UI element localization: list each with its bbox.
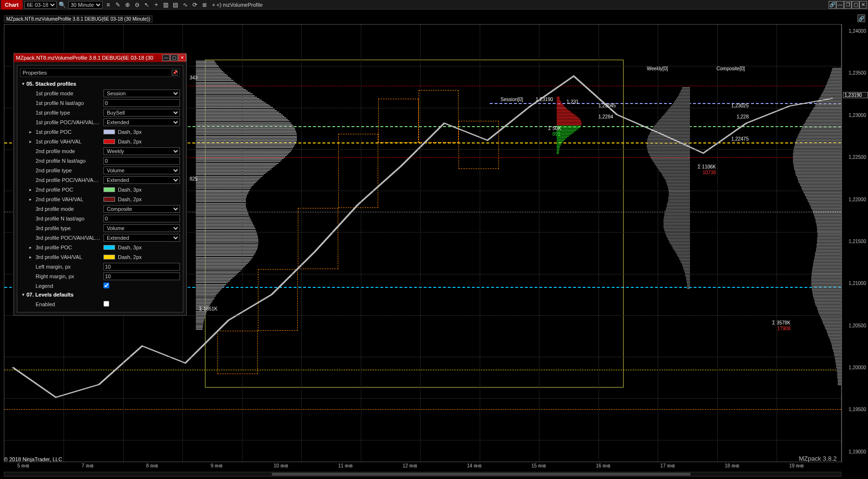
label-p5: 1,228: [737, 114, 749, 119]
cursor-icon[interactable]: ↖: [143, 1, 151, 9]
lbl-p3-ext: 3rd profile POC/VAH/VAL m...: [36, 235, 101, 241]
inp-right-margin[interactable]: [103, 272, 180, 280]
sel-p2-type[interactable]: Volume: [103, 167, 180, 174]
group-stacked-profiles[interactable]: ▾05. Stacked profiles: [20, 80, 180, 89]
options-icon[interactable]: ≣: [201, 1, 208, 9]
panel-title: MZpack.NT8.mzVolumeProfile 3.8.1 DEBUG(6…: [16, 55, 153, 61]
lbl-p2-type: 2nd profile type: [36, 168, 101, 173]
sel-p1-mode[interactable]: Session: [103, 90, 180, 97]
draw-icon[interactable]: ✎: [114, 1, 122, 9]
lbl-p3-mode: 3rd profile mode: [36, 206, 101, 212]
panel-titlebar[interactable]: MZpack.NT8.mzVolumeProfile 3.8.1 DEBUG(6…: [14, 53, 186, 62]
sel-p3-mode[interactable]: Composite: [103, 205, 180, 213]
sigma-composite: Σ 3578K: [772, 320, 791, 325]
label-p6: 1,22475: [731, 136, 749, 142]
chk-legend[interactable]: [103, 283, 109, 288]
properties-tree: ▾05. Stacked profiles 1st profile modeSe…: [20, 80, 180, 309]
inp-p2-n[interactable]: [103, 157, 180, 165]
inp-p3-n[interactable]: [103, 215, 180, 222]
lbl-p1-ext: 1st profile POC/VAH/VAL m...: [36, 119, 101, 125]
brand-label: MZpack 3.8.2: [799, 455, 837, 462]
swatch-p2-poc[interactable]: [103, 187, 115, 192]
chk-enabled[interactable]: [103, 301, 109, 307]
left-tick-a: 343: [190, 75, 198, 80]
restore-icon[interactable]: ❐: [844, 1, 852, 9]
zoom-in-icon[interactable]: ⊕: [124, 1, 131, 9]
properties-panel: MZpack.NT8.mzVolumeProfile 3.8.1 DEBUG(6…: [13, 53, 187, 316]
pin-icon[interactable]: 📌: [172, 70, 178, 76]
zoom-out-icon[interactable]: ⊖: [133, 1, 141, 9]
left-tick-b: 825: [190, 176, 198, 181]
panel-section-header: Properties 📌: [20, 68, 180, 77]
panel-section-label: Properties: [23, 70, 47, 76]
lbl-p3-n: 3rd profile N last/ago: [36, 216, 101, 221]
crosshair-icon[interactable]: +: [153, 1, 160, 9]
swatch-p1-vah[interactable]: [103, 139, 115, 144]
refresh-icon[interactable]: ⟳: [191, 1, 199, 9]
sel-p1-type[interactable]: BuySell: [103, 109, 180, 117]
link-icon[interactable]: 🔗: [829, 1, 836, 9]
minimize-icon[interactable]: —: [836, 1, 844, 9]
sel-p2-mode[interactable]: Weekly: [103, 147, 180, 155]
swatch-p3-poc[interactable]: [103, 245, 115, 250]
lbl-p1-mode: 1st profile mode: [36, 91, 101, 96]
panel-toggle-icon[interactable]: ▥: [162, 1, 170, 9]
lbl-p1-poc[interactable]: 1st profile POC: [36, 129, 101, 135]
copyright: © 2018 NinjaTrader, LLC: [4, 456, 62, 462]
swatch-p3-vah[interactable]: [103, 255, 115, 259]
lbl-p3-type: 3rd profile type: [36, 225, 101, 231]
price-axis[interactable]: 1,240001,235001,230001,225001,220001,215…: [842, 24, 868, 462]
time-axis[interactable]: 5 янв7 янв8 янв9 янв10 янв11 янв12 янв14…: [4, 463, 842, 473]
lbl-p1-vah[interactable]: 1st profile VAH/VAL: [36, 139, 101, 144]
maximize-icon[interactable]: ▢: [852, 1, 859, 9]
label-weekly: Weekly[0]: [647, 66, 668, 71]
lbl-p2-n: 2nd profile N last/ago: [36, 158, 101, 164]
chart-header-strip: MZpack.NT8.mzVolumeProfile 3.8.1 DEBUG(6…: [4, 15, 153, 23]
sel-p2-ext[interactable]: Extended: [103, 176, 180, 184]
label-p4: 1,2284: [599, 114, 613, 119]
label-p1: 1,231: [567, 99, 579, 104]
instrument-select[interactable]: 6E 03-18: [25, 1, 57, 9]
lbl-p2-poc[interactable]: 2nd profile POC: [36, 187, 101, 193]
inp-left-margin[interactable]: [103, 263, 180, 271]
sigma-weekly: Σ 1106K: [698, 164, 716, 169]
lbl-p2-ext: 2nd profile POC/VAH/VAL...: [36, 177, 101, 183]
lbl-p3-poc[interactable]: 3rd profile POC: [36, 245, 101, 250]
workspace: MZpack.NT8.mzVolumeProfile 3.8.1 DEBUG(6…: [0, 10, 868, 477]
sigma-composite-delta: 17908: [777, 326, 791, 331]
swatch-p2-vah[interactable]: [103, 197, 115, 202]
toolbar-indicator-label: + <) mzVolumeProfile: [212, 2, 263, 8]
lbl-p2-vah[interactable]: 2nd profile VAH/VAL: [36, 196, 101, 202]
lbl-p2-mode: 2nd profile mode: [36, 148, 101, 154]
label-session: Session[0]: [500, 97, 523, 102]
swatch-p1-poc[interactable]: [103, 129, 115, 134]
sel-p3-type[interactable]: Volume: [103, 224, 180, 232]
scrollbar-thumb[interactable]: [272, 473, 690, 476]
strategy-icon[interactable]: ∿: [181, 1, 189, 9]
sigma-weekly-delta: 10738: [702, 170, 716, 175]
inp-p1-n[interactable]: [103, 99, 180, 107]
lbl-legend: Legend: [36, 283, 101, 289]
sel-p3-ext[interactable]: Extended: [103, 234, 180, 242]
timeframe-select[interactable]: 30 Minute: [68, 1, 102, 9]
link-badge-icon[interactable]: 🔗: [857, 14, 865, 22]
sigma-session: Σ 50K: [548, 126, 561, 131]
lbl-enabled: Enabled: [36, 301, 101, 307]
label-composite: Composite[0]: [716, 66, 745, 71]
sel-p1-ext[interactable]: Extended: [103, 118, 180, 126]
lbl-p1-n: 1st profile N last/ago: [36, 100, 101, 106]
main-toolbar: Chart 6E 03-18 🔍 30 Minute ≡ ✎ ⊕ ⊖ ↖ + ▥…: [0, 0, 868, 10]
label-session-price: 1,23190: [536, 97, 553, 102]
panel-minimize-icon[interactable]: —: [162, 54, 170, 61]
panel-close-icon[interactable]: ✕: [179, 54, 186, 61]
panel-maximize-icon[interactable]: ▢: [170, 54, 178, 61]
lbl-p3-vah[interactable]: 3rd profile VAH/VAL: [36, 254, 101, 260]
sigma-left: Σ 1851K: [199, 306, 217, 311]
indicators-icon[interactable]: ≡: [104, 1, 112, 9]
search-icon[interactable]: 🔍: [59, 1, 66, 9]
data-series-icon[interactable]: ▤: [172, 1, 179, 9]
horizontal-scrollbar[interactable]: [4, 472, 842, 477]
group-levels-defaults[interactable]: ▾07. Levels defaults: [20, 291, 180, 299]
toolbar-title: Chart: [1, 0, 23, 10]
close-icon[interactable]: ✕: [859, 1, 867, 9]
